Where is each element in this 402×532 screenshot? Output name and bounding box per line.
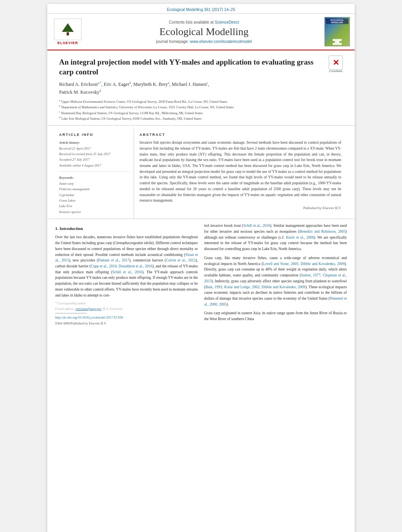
intro-para4: Grass carp originated in eastern Asia; i… — [204, 310, 347, 322]
body-section: 1. Introduction Over the last two decade… — [47, 219, 355, 334]
body-two-col: 1. Introduction Over the last two decade… — [55, 223, 347, 326]
page: Ecological Modelling 361 (2017) 14–25 EL… — [47, 4, 355, 532]
ref-sutton1977[interactable]: Sutton, 1977; Chapman et al., 2013 — [204, 273, 347, 283]
email-link[interactable]: rerickson@usgs.gov — [76, 307, 101, 311]
thumb-image: ECOLOGICALMODELLING ████████ ████ ██████… — [324, 17, 350, 46]
article-history: Article history: Received 21 April 2017 … — [59, 140, 130, 172]
keyword-lake-erie: Lake Erie — [59, 203, 130, 209]
footnote-star-label: * Corresponding author. — [55, 301, 198, 306]
journal-header: ELSEVIER Contents lists available at Sci… — [47, 14, 355, 50]
abstract-text: Invasive fish species disrupt ecosystems… — [140, 140, 341, 204]
keyword-cyprinidae: Cyprinidae — [59, 192, 130, 198]
author6-sup: d — [99, 89, 101, 93]
affiliation-b: b Department of Mathematics and Statisti… — [59, 104, 343, 110]
published-by: Published by Elsevier B.V. — [140, 206, 341, 210]
journal-title-area: Contents lists available at ScienceDirec… — [87, 20, 321, 44]
affiliation-a: a Upper Midwest Environmental Sciences C… — [59, 98, 343, 104]
crossmark-icon: ✕ — [329, 56, 343, 70]
ref-pimentel2000[interactable]: Pimentel et al., 2000, 2005 — [204, 297, 347, 306]
keyword-asian-carp: Asian carp — [59, 181, 130, 186]
article-info-title: ARTICLE INFO — [59, 133, 130, 137]
elsevier-label: ELSEVIER — [58, 41, 78, 45]
ref-cupp2016[interactable]: Cupp et al., 2016; Donaldson et al., 201… — [91, 264, 153, 268]
body-col-left: 1. Introduction Over the last two decade… — [55, 223, 198, 326]
affiliations: a Upper Midwest Environmental Sciences C… — [59, 98, 343, 121]
ref-lovell2005[interactable]: Lovell and Stone, 2005; Dibble and Koval… — [263, 262, 345, 266]
keyword-invasive: Invasive species — [59, 209, 130, 215]
email-footnote: E-mail address: rerickson@usgs.gov (R.A.… — [55, 307, 198, 311]
affiliation-d: d Lake Erie Biological Station, US Geolo… — [59, 115, 343, 121]
sciencedirect-link[interactable]: ScienceDirect — [215, 20, 239, 24]
article-section: An integral projection model with YY-mal… — [47, 50, 355, 126]
elsevier-logo-image — [54, 19, 82, 40]
elsevier-logo: ELSEVIER — [52, 19, 84, 45]
journal-homepage: journal homepage: www.elsevier.com/locat… — [87, 39, 321, 44]
journal-main-title: Ecological Modelling — [87, 26, 321, 38]
ref-colvin2012[interactable]: Colvin et al., 2012 — [166, 258, 196, 262]
tree-icon — [62, 23, 74, 35]
crossmark-badge: ✕ CrossMark — [329, 56, 343, 72]
journal-thumbnail: ECOLOGICALMODELLING ████████ ████ ██████… — [324, 17, 350, 46]
affiliation-c: c Hammond Bay Biological Station, US Geo… — [59, 110, 343, 116]
intro-para3: Grass carp, like many invasive fishes, c… — [204, 255, 347, 307]
ref-putnam2017[interactable]: Putnam et al., 2017 — [98, 258, 129, 262]
issn-line: 0304-3800/Published by Elsevier B.V. — [55, 321, 198, 326]
section1-heading: 1. Introduction — [55, 225, 198, 232]
ref-knols2006[interactable]: Knols et al., 2006 — [286, 235, 314, 239]
info-abstract-section: ARTICLE INFO Article history: Received 2… — [47, 129, 355, 219]
ref-schill2016a[interactable]: Schill et al., 2016 — [112, 270, 142, 274]
journal-top-bar: Ecological Modelling 361 (2017) 14–25 — [47, 4, 355, 14]
intro-para1: Over the last two decades, numerous inva… — [55, 234, 198, 298]
keyword-great-lakes: Great Lakes — [59, 198, 130, 203]
ref-benedict2003[interactable]: Benedict and Robinson, 2003 — [299, 230, 345, 234]
body-col-right: trol invasive brook trout (Schill et al.… — [204, 223, 347, 326]
journal-citation-link[interactable]: Ecological Modelling 361 (2017) 14–25 — [167, 7, 235, 12]
intro-para2: trol invasive brook trout (Schill et al.… — [204, 223, 347, 252]
ref-schill2016b[interactable]: Schill et al., 2016 — [243, 224, 270, 228]
keyword-fisheries: Fisheries management — [59, 186, 130, 192]
authors-list: Richard A. Ericksona,*, Eric A. Eagerb, … — [59, 81, 343, 96]
article-title: An integral projection model with YY-mal… — [59, 57, 325, 77]
ref-bain1993[interactable]: Bain, 1993; Kolar and Lodge, 2002; Dibbl… — [205, 285, 305, 289]
abstract-title: ABSTRACT — [140, 133, 341, 137]
author1-sup: a,* — [98, 81, 102, 85]
contents-available-text: Contents lists available at ScienceDirec… — [87, 20, 321, 24]
abstract-panel: ABSTRACT Invasive fish species disrupt e… — [134, 129, 347, 219]
doi-line: http://dx.doi.org/10.1016/j.ecolmodel.20… — [55, 315, 198, 320]
doi-link[interactable]: http://dx.doi.org/10.1016/j.ecolmodel.20… — [55, 315, 123, 319]
homepage-link[interactable]: www.elsevier.com/locate/ecolmodel — [190, 39, 252, 44]
article-info-panel: ARTICLE INFO Article history: Received 2… — [55, 129, 134, 219]
keywords-block: Keywords: Asian carp Fisheries managemen… — [59, 175, 130, 215]
